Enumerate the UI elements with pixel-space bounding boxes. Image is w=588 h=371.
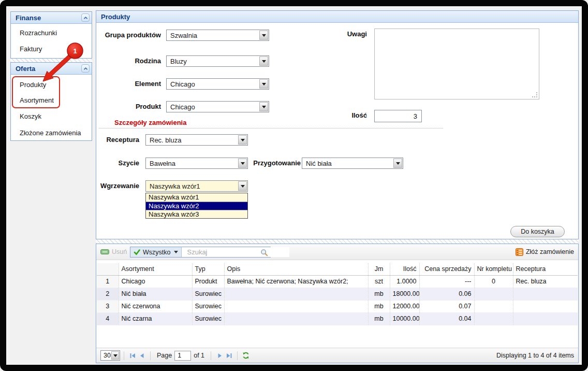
chevron-down-icon bbox=[393, 159, 402, 168]
dropdown-option[interactable]: Naszywka wzór3 bbox=[146, 210, 247, 218]
page-number-input[interactable] bbox=[174, 351, 191, 361]
szycie-select[interactable]: Bawełna bbox=[145, 158, 248, 169]
delete-icon bbox=[100, 249, 109, 255]
sidebar-item-faktury[interactable]: Faktury bbox=[20, 45, 42, 53]
chevron-down-icon bbox=[259, 31, 268, 40]
sidebar-item-koszyk[interactable]: Koszyk bbox=[20, 112, 41, 120]
table-row[interactable]: 1 Chicago Produkt Bawełna; Nić czerwona;… bbox=[97, 275, 578, 288]
receptura-select[interactable]: Rec. bluza bbox=[145, 134, 248, 146]
grupa-produktow-select[interactable]: Szwalnia bbox=[166, 30, 269, 41]
toolbar-separator bbox=[211, 351, 211, 360]
status-text: Displaying 1 to 4 of 4 items bbox=[496, 352, 574, 359]
column-header-cena[interactable]: Cena sprzedaży bbox=[419, 263, 474, 275]
order-icon bbox=[516, 248, 523, 256]
toolbar-separator bbox=[237, 351, 238, 360]
finanse-panel-title: Finanse bbox=[16, 14, 81, 22]
last-page-icon bbox=[226, 352, 232, 359]
filter-dropdown-button[interactable]: Wszystko bbox=[130, 247, 182, 257]
chevron-up-icon bbox=[82, 65, 89, 72]
search-input[interactable] bbox=[182, 247, 289, 257]
last-page-button[interactable] bbox=[224, 351, 233, 360]
next-page-button[interactable] bbox=[215, 351, 224, 360]
element-label: Element bbox=[96, 80, 161, 88]
resize-grip-icon[interactable] bbox=[532, 92, 533, 93]
produkt-select[interactable]: Chicago bbox=[166, 101, 269, 112]
column-header-typ[interactable]: Typ bbox=[192, 263, 224, 275]
dropdown-option-highlighted[interactable]: Naszywka wzór2 bbox=[146, 202, 247, 210]
chevron-down-icon bbox=[238, 159, 247, 168]
oferta-panel-header: Oferta bbox=[11, 63, 92, 75]
column-header-nr-kompletu[interactable]: Nr kompletu bbox=[474, 263, 513, 275]
check-icon bbox=[134, 249, 140, 255]
ilosc-label: Ilość bbox=[315, 111, 367, 119]
first-page-button[interactable] bbox=[128, 351, 137, 360]
table-row[interactable]: 4 Nić czarna Surowiec mb 10000.0000 0.04 bbox=[97, 312, 578, 325]
chevron-up-icon bbox=[82, 15, 89, 21]
search-box: Wszystko bbox=[130, 247, 271, 258]
chevron-down-icon bbox=[238, 181, 247, 191]
table-row[interactable]: 2 Nić biała Surowiec mb 18000.0000 0.06 bbox=[97, 288, 578, 300]
chevron-down-icon bbox=[259, 56, 268, 66]
finanse-panel-header: Finanse bbox=[11, 12, 92, 24]
refresh-button[interactable] bbox=[241, 351, 251, 360]
next-page-icon bbox=[216, 352, 223, 359]
chevron-down-icon bbox=[259, 102, 268, 111]
column-header-asortyment[interactable]: Asortyment bbox=[119, 263, 192, 275]
uwagi-textarea[interactable] bbox=[374, 28, 539, 99]
szycie-label: Szycie bbox=[96, 159, 139, 167]
column-header-jm[interactable]: Jm bbox=[368, 263, 390, 275]
refresh-icon bbox=[242, 352, 249, 359]
toolbar-separator bbox=[150, 351, 151, 360]
finanse-panel: Finanse Rozrachunki Faktury bbox=[10, 11, 92, 59]
sidebar-splitter bbox=[10, 59, 92, 62]
przygotowanie-select[interactable]: Nić biała bbox=[302, 158, 403, 169]
ilosc-input[interactable] bbox=[374, 110, 422, 122]
produkt-label: Produkt bbox=[96, 103, 161, 110]
wgrzewanie-dropdown-list: Naszywka wzór1 Naszywka wzór2 Naszywka w… bbox=[145, 193, 248, 219]
element-select[interactable]: Chicago bbox=[166, 78, 269, 90]
dropdown-option[interactable]: Naszywka wzór1 bbox=[146, 193, 247, 202]
grid-panel: Usuń Wszystko bbox=[96, 244, 579, 363]
grid-toolbar: Usuń Wszystko bbox=[96, 244, 578, 260]
wgrzewanie-select[interactable]: Naszywka wzór1 bbox=[145, 180, 248, 192]
collapse-button[interactable] bbox=[81, 64, 90, 73]
section-title: Szczegóły zamówienia bbox=[114, 119, 186, 126]
page-title: Produkty bbox=[101, 13, 576, 21]
table-row[interactable]: 3 Nić czerwona Surowiec mb 12000.0000 0.… bbox=[97, 300, 578, 312]
submit-order-button[interactable]: Złóż zamówienie bbox=[516, 244, 574, 260]
chevron-down-icon bbox=[174, 251, 178, 253]
toolbar-separator bbox=[124, 351, 124, 360]
uwagi-label: Uwagi bbox=[315, 30, 367, 38]
app-window: Finanse Rozrachunki Faktury Oferta Produ… bbox=[0, 0, 588, 371]
rodzina-label: Rodzina bbox=[96, 57, 161, 65]
sidebar-item-zlozone-zamowienia[interactable]: Złożone zamówienia bbox=[20, 129, 81, 137]
results-table: Asortyment Typ Opis Jm Ilość Cena sprzed… bbox=[97, 263, 578, 325]
section-divider bbox=[99, 128, 443, 129]
produkty-panel-header: Produkty bbox=[96, 11, 578, 23]
collapse-button[interactable] bbox=[81, 13, 90, 22]
table-header-row: Asortyment Typ Opis Jm Ilość Cena sprzed… bbox=[97, 263, 578, 275]
rodzina-select[interactable]: Bluzy bbox=[166, 55, 269, 67]
row-number-header[interactable] bbox=[97, 263, 119, 275]
annotation-highlight-rect bbox=[12, 76, 60, 108]
przygotowanie-label: Przygotowanie bbox=[247, 159, 301, 167]
column-header-opis[interactable]: Opis bbox=[224, 263, 368, 275]
prev-page-button[interactable] bbox=[137, 351, 146, 360]
page-of-label: of 1 bbox=[194, 352, 204, 359]
column-header-ilosc[interactable]: Ilość bbox=[390, 263, 419, 275]
chevron-down-icon bbox=[238, 135, 247, 145]
grupa-produktow-label: Grupa produktów bbox=[96, 31, 161, 39]
receptura-label: Receptura bbox=[96, 136, 139, 144]
column-header-receptura[interactable]: Receptura bbox=[513, 263, 578, 275]
do-koszyka-button[interactable]: Do koszyka bbox=[510, 226, 565, 237]
chevron-down-icon bbox=[111, 351, 119, 360]
page-size-select[interactable]: 30 bbox=[100, 350, 120, 361]
search-icon[interactable] bbox=[260, 249, 268, 259]
produkty-panel: Produkty Grupa produktów Szwalnia Rodzin… bbox=[96, 10, 579, 239]
sidebar-item-rozrachunki[interactable]: Rozrachunki bbox=[20, 29, 57, 37]
wgrzewanie-label: Wgrzewanie bbox=[91, 182, 139, 190]
prev-page-icon bbox=[139, 352, 145, 359]
chevron-down-icon bbox=[259, 79, 268, 89]
delete-button[interactable]: Usuń bbox=[100, 244, 127, 260]
main-splitter[interactable] bbox=[96, 239, 579, 244]
